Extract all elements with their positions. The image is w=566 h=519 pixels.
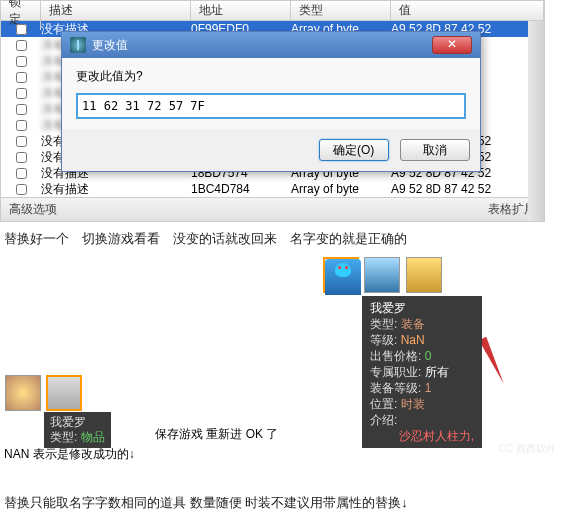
- item-scroll[interactable]: [46, 375, 82, 411]
- instruction-2: 保存游戏 重新进 OK 了: [155, 426, 278, 443]
- item-character[interactable]: [323, 257, 359, 293]
- table-row[interactable]: 没有描述1BC4D784Array of byteA9 52 8D 87 42 …: [1, 181, 544, 197]
- ok-button[interactable]: 确定(O): [319, 139, 389, 161]
- instruction-3: 替换只能取名字字数相同的道具 数量随便 时装不建议用带属性的替换↓: [0, 486, 566, 519]
- dialog-prompt: 更改此值为?: [76, 68, 466, 85]
- lock-checkbox[interactable]: [16, 88, 27, 99]
- col-desc[interactable]: 描述: [41, 0, 191, 21]
- dialog-title: 更改值: [92, 37, 128, 54]
- dialog-buttons: 确定(O) 取消: [62, 129, 480, 171]
- scrollbar[interactable]: [528, 21, 544, 221]
- dialog-body: 更改此值为?: [62, 58, 480, 129]
- item-row-top: [322, 256, 443, 294]
- item-bottle[interactable]: [364, 257, 400, 293]
- change-value-dialog: 更改值 ✕ 更改此值为? 确定(O) 取消: [61, 31, 481, 172]
- value-input[interactable]: [76, 93, 466, 119]
- tip2-name: 我爱罗: [50, 415, 105, 430]
- lock-checkbox[interactable]: [16, 152, 27, 163]
- tooltip-equip: 我爱罗 类型: 装备 等级: NaN 出售价格: 0 专属职业: 所有 装备等级…: [362, 296, 482, 448]
- lock-checkbox[interactable]: [16, 120, 27, 131]
- arrow-annotation: [479, 337, 509, 389]
- col-type[interactable]: 类型: [291, 0, 391, 21]
- dialog-titlebar[interactable]: 更改值 ✕: [62, 32, 480, 58]
- game-area: 我爱罗 类型: 装备 等级: NaN 出售价格: 0 专属职业: 所有 装备等级…: [0, 256, 566, 486]
- tooltip-item: 我爱罗 类型: 物品: [44, 412, 111, 448]
- lock-checkbox[interactable]: [16, 136, 27, 147]
- lock-checkbox[interactable]: [16, 72, 27, 83]
- col-val[interactable]: 值: [391, 0, 544, 21]
- watermark: CC 西西软件: [499, 442, 556, 456]
- advanced-options[interactable]: 高级选项: [9, 201, 57, 218]
- col-addr[interactable]: 地址: [191, 0, 291, 21]
- cancel-button[interactable]: 取消: [400, 139, 470, 161]
- table-footer: 高级选项 表格扩展: [1, 197, 544, 221]
- lock-checkbox[interactable]: [16, 40, 27, 51]
- lock-checkbox[interactable]: [16, 104, 27, 115]
- lock-checkbox[interactable]: [16, 24, 27, 35]
- cell-val: A9 52 8D 87 42 52: [391, 182, 544, 196]
- close-icon[interactable]: ✕: [432, 36, 472, 54]
- lock-checkbox[interactable]: [16, 184, 27, 195]
- app-icon: [70, 37, 86, 53]
- lock-checkbox[interactable]: [16, 56, 27, 67]
- cell-addr: 1BC4D784: [191, 182, 291, 196]
- memory-table: 锁定 描述 地址 类型 值 没有描述0F99EDF0Array of byteA…: [0, 0, 545, 222]
- item-horn[interactable]: [406, 257, 442, 293]
- cell-desc: 没有描述: [41, 181, 191, 198]
- instruction-2b: NAN 表示是修改成功的↓: [4, 446, 135, 463]
- item-pot[interactable]: [5, 375, 41, 411]
- tip-name: 我爱罗: [370, 300, 474, 316]
- item-row-bottom: [4, 374, 83, 412]
- lock-checkbox[interactable]: [16, 168, 27, 179]
- cell-type: Array of byte: [291, 182, 391, 196]
- instruction-1: 替换好一个 切换游戏看看 没变的话就改回来 名字变的就是正确的: [0, 222, 566, 256]
- table-header: 锁定 描述 地址 类型 值: [1, 1, 544, 21]
